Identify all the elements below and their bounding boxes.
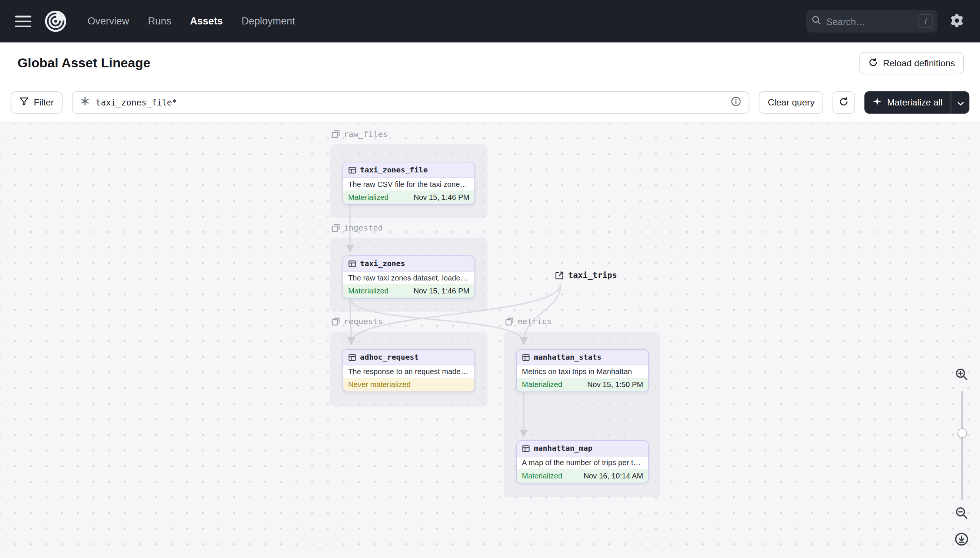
page-header: Global Asset Lineage Reload definitions: [0, 43, 980, 84]
asset-name: taxi_zones_file: [360, 166, 428, 174]
top-navbar: Overview Runs Assets Deployment /: [0, 0, 980, 43]
external-link-icon: [555, 271, 564, 280]
asset-node-taxi-zones[interactable]: taxi_zones The raw taxi zones dataset, l…: [343, 255, 475, 298]
asset-node-adhoc-request[interactable]: adhoc_request The response to an request…: [343, 349, 475, 392]
asset-description: Metrics on taxi trips in Manhattan: [517, 365, 648, 378]
dagster-logo[interactable]: [44, 9, 68, 33]
settings-gear-icon[interactable]: [949, 13, 965, 29]
status-label: Materialized: [348, 287, 389, 295]
op-selector-icon: [80, 96, 90, 109]
zoom-slider-handle[interactable]: [957, 428, 967, 438]
asset-node-header: manhattan_map: [517, 441, 648, 456]
asset-node-header: manhattan_stats: [517, 350, 648, 365]
zoom-in-button[interactable]: [953, 365, 970, 382]
reload-definitions-label: Reload definitions: [883, 58, 955, 68]
download-view-button[interactable]: [953, 530, 970, 548]
status-timestamp: Nov 15, 1:50 PM: [587, 381, 643, 389]
nav-deployment[interactable]: Deployment: [242, 16, 295, 27]
page-title: Global Asset Lineage: [17, 56, 150, 71]
group-label-metrics: metrics: [505, 317, 552, 326]
filter-funnel-icon: [19, 97, 28, 108]
zoom-slider[interactable]: [957, 391, 967, 500]
group-label-ingested: ingested: [331, 223, 382, 232]
lineage-canvas[interactable]: raw_files ingested requests metrics taxi…: [0, 123, 980, 558]
asset-node-header: taxi_zones_file: [343, 162, 474, 178]
table-icon: [522, 445, 530, 453]
search-icon: [811, 15, 821, 28]
refresh-icon: [868, 57, 878, 69]
status-label: Materialized: [522, 471, 562, 480]
asset-status-bar: Never materialized: [343, 378, 474, 392]
sparkle-icon: [873, 97, 882, 108]
materialize-all-label: Materialize all: [887, 97, 942, 107]
external-asset-name: taxi_trips: [568, 271, 617, 280]
refresh-icon: [839, 97, 849, 108]
asset-node-header: adhoc_request: [343, 350, 474, 365]
menu-button[interactable]: [15, 15, 31, 28]
main-nav: Overview Runs Assets Deployment: [87, 16, 295, 27]
filter-label: Filter: [34, 97, 54, 107]
reload-definitions-button[interactable]: Reload definitions: [859, 52, 964, 74]
nav-overview[interactable]: Overview: [87, 16, 129, 27]
asset-name: adhoc_request: [360, 353, 418, 361]
search-box[interactable]: /: [806, 10, 937, 33]
asset-node-manhattan-stats[interactable]: manhattan_stats Metrics on taxi trips in…: [516, 349, 649, 392]
table-icon: [522, 353, 530, 361]
chevron-down-icon: [957, 97, 964, 108]
group-label-raw-files: raw_files: [331, 129, 388, 138]
clear-query-button[interactable]: Clear query: [759, 91, 824, 113]
asset-name: manhattan_map: [534, 444, 592, 453]
asset-node-manhattan-map[interactable]: manhattan_map A map of the number of tri…: [516, 440, 649, 483]
asset-selection-input[interactable]: [72, 91, 749, 113]
zoom-slider-track: [961, 391, 963, 500]
asset-status-bar: Materialized Nov 15, 1:46 PM: [343, 284, 474, 298]
status-timestamp: Nov 16, 10:14 AM: [583, 471, 643, 480]
status-timestamp: Nov 15, 1:46 PM: [413, 287, 469, 295]
group-icon: [331, 317, 340, 326]
nav-runs[interactable]: Runs: [148, 16, 171, 27]
asset-name: manhattan_stats: [534, 353, 601, 361]
asset-description: The raw taxi zones dataset, loaded int..…: [343, 272, 474, 284]
group-icon: [331, 130, 340, 138]
nav-assets[interactable]: Assets: [190, 16, 223, 27]
clear-query-label: Clear query: [768, 97, 814, 107]
info-icon[interactable]: [731, 96, 741, 109]
zoom-out-button[interactable]: [953, 504, 970, 521]
table-icon: [348, 259, 356, 268]
status-label: Materialized: [348, 193, 389, 202]
asset-status-bar: Materialized Nov 15, 1:50 PM: [517, 378, 648, 392]
status-label: Never materialized: [348, 381, 411, 389]
materialize-all-button[interactable]: Materialize all: [865, 91, 950, 113]
asset-description: The response to an request made in th...: [343, 365, 474, 378]
asset-description: The raw CSV file for the taxi zones dat.…: [343, 178, 474, 190]
asset-status-bar: Materialized Nov 15, 1:46 PM: [343, 190, 474, 204]
materialize-all-split-button: Materialize all: [865, 91, 969, 113]
table-icon: [348, 166, 356, 174]
lineage-toolbar: Filter Clear query Materialize: [0, 84, 980, 123]
app: Overview Runs Assets Deployment /: [0, 0, 980, 558]
search-shortcut-badge: /: [919, 15, 932, 28]
filter-button[interactable]: Filter: [11, 91, 63, 113]
refresh-query-button[interactable]: [833, 91, 855, 113]
asset-node-taxi-zones-file[interactable]: taxi_zones_file The raw CSV file for the…: [343, 162, 475, 205]
group-label-requests: requests: [331, 317, 382, 326]
asset-selection-query[interactable]: [96, 97, 726, 107]
lineage-edges: [0, 123, 980, 558]
asset-description: A map of the number of trips per taxi z.…: [517, 456, 648, 469]
group-icon: [331, 223, 340, 232]
group-icon: [505, 317, 514, 326]
materialize-dropdown-button[interactable]: [951, 91, 970, 113]
asset-status-bar: Materialized Nov 16, 10:14 AM: [517, 469, 648, 483]
asset-name: taxi_zones: [360, 259, 405, 268]
table-icon: [348, 353, 356, 361]
status-label: Materialized: [522, 381, 562, 389]
status-timestamp: Nov 15, 1:46 PM: [413, 193, 469, 202]
search-input[interactable]: [826, 16, 914, 27]
asset-node-header: taxi_zones: [343, 256, 474, 272]
external-asset-taxi-trips[interactable]: taxi_trips: [555, 271, 618, 280]
